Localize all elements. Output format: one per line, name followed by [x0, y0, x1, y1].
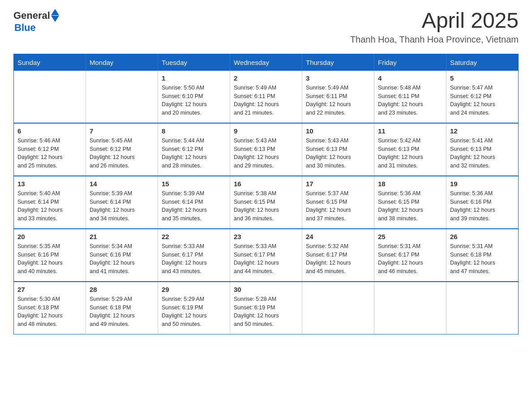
calendar-cell: 3Sunrise: 5:49 AM Sunset: 6:11 PM Daylig… — [302, 71, 374, 123]
logo-general-text: General — [13, 10, 50, 21]
calendar-cell: 9Sunrise: 5:43 AM Sunset: 6:13 PM Daylig… — [230, 123, 302, 176]
calendar-cell: 29Sunrise: 5:29 AM Sunset: 6:19 PM Dayli… — [158, 282, 230, 334]
calendar-week-row: 20Sunrise: 5:35 AM Sunset: 6:16 PM Dayli… — [14, 229, 519, 282]
day-number: 21 — [90, 233, 154, 240]
day-number: 15 — [162, 180, 226, 188]
calendar-cell: 30Sunrise: 5:28 AM Sunset: 6:19 PM Dayli… — [230, 282, 302, 334]
calendar-cell — [86, 71, 158, 123]
day-number: 1 — [162, 74, 226, 82]
logo: General Blue — [13, 9, 59, 34]
day-number: 29 — [162, 286, 226, 293]
day-info: Sunrise: 5:29 AM Sunset: 6:18 PM Dayligh… — [90, 295, 154, 329]
day-info: Sunrise: 5:28 AM Sunset: 6:19 PM Dayligh… — [234, 295, 298, 329]
day-info: Sunrise: 5:31 AM Sunset: 6:18 PM Dayligh… — [450, 242, 515, 276]
day-number: 2 — [234, 74, 298, 82]
day-number: 19 — [450, 180, 515, 188]
day-info: Sunrise: 5:45 AM Sunset: 6:12 PM Dayligh… — [90, 137, 154, 170]
day-number: 5 — [450, 74, 515, 82]
day-number: 11 — [378, 127, 442, 135]
day-number: 3 — [306, 74, 370, 82]
day-info: Sunrise: 5:36 AM Sunset: 6:16 PM Dayligh… — [450, 189, 515, 223]
day-of-week-header: Friday — [374, 54, 446, 71]
day-number: 26 — [450, 233, 515, 240]
calendar-week-row: 1Sunrise: 5:50 AM Sunset: 6:10 PM Daylig… — [14, 71, 519, 123]
day-info: Sunrise: 5:41 AM Sunset: 6:13 PM Dayligh… — [450, 137, 515, 170]
day-info: Sunrise: 5:44 AM Sunset: 6:12 PM Dayligh… — [162, 137, 226, 170]
day-info: Sunrise: 5:33 AM Sunset: 6:17 PM Dayligh… — [162, 242, 226, 276]
day-info: Sunrise: 5:50 AM Sunset: 6:10 PM Dayligh… — [162, 84, 226, 117]
calendar-cell: 7Sunrise: 5:45 AM Sunset: 6:12 PM Daylig… — [86, 123, 158, 176]
calendar-cell: 5Sunrise: 5:47 AM Sunset: 6:12 PM Daylig… — [446, 71, 519, 123]
calendar-cell: 14Sunrise: 5:39 AM Sunset: 6:14 PM Dayli… — [86, 176, 158, 229]
day-number: 10 — [306, 127, 370, 135]
day-info: Sunrise: 5:39 AM Sunset: 6:14 PM Dayligh… — [90, 189, 154, 223]
day-info: Sunrise: 5:46 AM Sunset: 6:12 PM Dayligh… — [17, 137, 82, 170]
day-info: Sunrise: 5:43 AM Sunset: 6:13 PM Dayligh… — [234, 137, 298, 170]
calendar-cell: 28Sunrise: 5:29 AM Sunset: 6:18 PM Dayli… — [86, 282, 158, 334]
page-subtitle: Thanh Hoa, Thanh Hoa Province, Vietnam — [350, 34, 519, 45]
day-info: Sunrise: 5:43 AM Sunset: 6:13 PM Dayligh… — [306, 137, 370, 170]
calendar-cell: 2Sunrise: 5:49 AM Sunset: 6:11 PM Daylig… — [230, 71, 302, 123]
day-info: Sunrise: 5:32 AM Sunset: 6:17 PM Dayligh… — [306, 242, 370, 276]
day-info: Sunrise: 5:30 AM Sunset: 6:18 PM Dayligh… — [17, 295, 82, 329]
page-header: General Blue April 2025 Thanh Hoa, Thanh… — [13, 9, 519, 45]
calendar-cell: 4Sunrise: 5:48 AM Sunset: 6:11 PM Daylig… — [374, 71, 446, 123]
day-number: 13 — [17, 180, 82, 188]
calendar-cell — [302, 282, 374, 334]
day-number: 20 — [17, 233, 82, 240]
calendar-cell: 19Sunrise: 5:36 AM Sunset: 6:16 PM Dayli… — [446, 176, 519, 229]
calendar-cell: 18Sunrise: 5:36 AM Sunset: 6:15 PM Dayli… — [374, 176, 446, 229]
calendar-cell: 23Sunrise: 5:33 AM Sunset: 6:17 PM Dayli… — [230, 229, 302, 282]
day-number: 24 — [306, 233, 370, 240]
day-of-week-header: Thursday — [302, 54, 374, 71]
day-number: 12 — [450, 127, 515, 135]
day-info: Sunrise: 5:34 AM Sunset: 6:16 PM Dayligh… — [90, 242, 154, 276]
day-number: 18 — [378, 180, 442, 188]
day-info: Sunrise: 5:35 AM Sunset: 6:16 PM Dayligh… — [17, 242, 82, 276]
day-info: Sunrise: 5:33 AM Sunset: 6:17 PM Dayligh… — [234, 242, 298, 276]
day-of-week-header: Sunday — [14, 54, 86, 71]
calendar-cell: 16Sunrise: 5:38 AM Sunset: 6:15 PM Dayli… — [230, 176, 302, 229]
day-of-week-header: Monday — [86, 54, 158, 71]
calendar-week-row: 6Sunrise: 5:46 AM Sunset: 6:12 PM Daylig… — [14, 123, 519, 176]
logo-blue-text: Blue — [14, 22, 36, 34]
day-info: Sunrise: 5:49 AM Sunset: 6:11 PM Dayligh… — [234, 84, 298, 117]
calendar-week-row: 27Sunrise: 5:30 AM Sunset: 6:18 PM Dayli… — [14, 282, 519, 334]
day-of-week-header: Saturday — [446, 54, 519, 71]
calendar-cell — [446, 282, 519, 334]
day-number: 22 — [162, 233, 226, 240]
calendar-cell: 6Sunrise: 5:46 AM Sunset: 6:12 PM Daylig… — [14, 123, 86, 176]
day-of-week-header: Tuesday — [158, 54, 230, 71]
calendar-cell: 15Sunrise: 5:39 AM Sunset: 6:14 PM Dayli… — [158, 176, 230, 229]
calendar-cell: 8Sunrise: 5:44 AM Sunset: 6:12 PM Daylig… — [158, 123, 230, 176]
calendar-cell — [374, 282, 446, 334]
day-info: Sunrise: 5:39 AM Sunset: 6:14 PM Dayligh… — [162, 189, 226, 223]
calendar-cell: 24Sunrise: 5:32 AM Sunset: 6:17 PM Dayli… — [302, 229, 374, 282]
calendar-week-row: 13Sunrise: 5:40 AM Sunset: 6:14 PM Dayli… — [14, 176, 519, 229]
day-info: Sunrise: 5:37 AM Sunset: 6:15 PM Dayligh… — [306, 189, 370, 223]
day-number: 8 — [162, 127, 226, 135]
day-info: Sunrise: 5:36 AM Sunset: 6:15 PM Dayligh… — [378, 189, 442, 223]
day-number: 28 — [90, 286, 154, 293]
day-info: Sunrise: 5:42 AM Sunset: 6:13 PM Dayligh… — [378, 137, 442, 170]
calendar-cell: 27Sunrise: 5:30 AM Sunset: 6:18 PM Dayli… — [14, 282, 86, 334]
calendar-cell: 17Sunrise: 5:37 AM Sunset: 6:15 PM Dayli… — [302, 176, 374, 229]
day-number: 7 — [90, 127, 154, 135]
day-number: 27 — [17, 286, 82, 293]
day-info: Sunrise: 5:47 AM Sunset: 6:12 PM Dayligh… — [450, 84, 515, 117]
title-section: April 2025 Thanh Hoa, Thanh Hoa Province… — [350, 9, 519, 45]
calendar-header-row: SundayMondayTuesdayWednesdayThursdayFrid… — [14, 54, 519, 71]
day-number: 23 — [234, 233, 298, 240]
calendar-table: SundayMondayTuesdayWednesdayThursdayFrid… — [13, 54, 519, 334]
calendar-cell: 25Sunrise: 5:31 AM Sunset: 6:17 PM Dayli… — [374, 229, 446, 282]
calendar-cell: 26Sunrise: 5:31 AM Sunset: 6:18 PM Dayli… — [446, 229, 519, 282]
day-number: 16 — [234, 180, 298, 188]
day-number: 17 — [306, 180, 370, 188]
page-title: April 2025 — [350, 9, 519, 33]
day-info: Sunrise: 5:40 AM Sunset: 6:14 PM Dayligh… — [17, 189, 82, 223]
day-info: Sunrise: 5:49 AM Sunset: 6:11 PM Dayligh… — [306, 84, 370, 117]
calendar-cell: 10Sunrise: 5:43 AM Sunset: 6:13 PM Dayli… — [302, 123, 374, 176]
calendar-cell: 12Sunrise: 5:41 AM Sunset: 6:13 PM Dayli… — [446, 123, 519, 176]
day-number: 25 — [378, 233, 442, 240]
day-info: Sunrise: 5:48 AM Sunset: 6:11 PM Dayligh… — [378, 84, 442, 117]
